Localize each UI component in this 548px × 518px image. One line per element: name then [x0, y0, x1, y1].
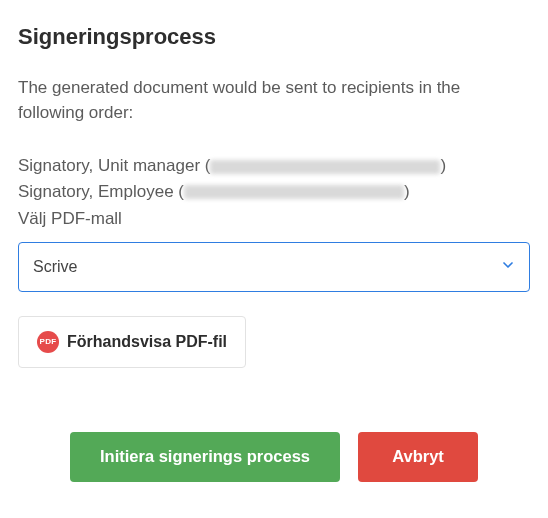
pdf-icon: PDF	[37, 331, 59, 353]
redacted-name	[184, 185, 404, 199]
recipient-prefix: Signatory, Employee (	[18, 182, 184, 201]
recipient-suffix: )	[404, 182, 410, 201]
recipient-row: Signatory, Unit manager ()	[18, 153, 530, 179]
preview-pdf-label: Förhandsvisa PDF-fil	[67, 333, 227, 351]
recipient-suffix: )	[440, 156, 446, 175]
intro-text: The generated document would be sent to …	[18, 76, 530, 125]
preview-pdf-button[interactable]: PDF Förhandsvisa PDF-fil	[18, 316, 246, 368]
redacted-name	[210, 160, 440, 174]
initiate-signing-button[interactable]: Initiera signerings process	[70, 432, 340, 482]
recipient-list: Signatory, Unit manager () Signatory, Em…	[18, 153, 530, 232]
dialog-title: Signeringsprocess	[18, 24, 530, 50]
pdf-template-input[interactable]	[18, 242, 530, 292]
cancel-button[interactable]: Avbryt	[358, 432, 478, 482]
recipient-row: Signatory, Employee ()	[18, 179, 530, 205]
dialog-actions: Initiera signerings process Avbryt	[18, 432, 530, 482]
select-label: Välj PDF-mall	[18, 206, 530, 232]
pdf-template-select[interactable]	[18, 242, 530, 292]
recipient-prefix: Signatory, Unit manager (	[18, 156, 210, 175]
